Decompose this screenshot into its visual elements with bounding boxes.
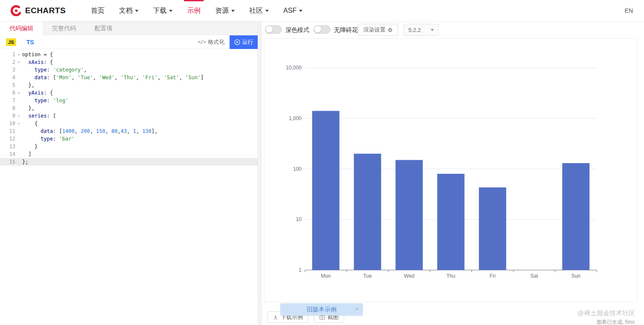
fold-arrow-icon[interactable]: ▾ <box>15 89 22 97</box>
code-text: type: 'bar' <box>22 135 75 143</box>
code-line[interactable]: 2▾ xAxis: { <box>0 58 258 66</box>
fold-arrow-icon[interactable]: ▾ <box>15 58 22 66</box>
code-text: type: 'category', <box>22 66 87 74</box>
code-line[interactable]: 7 type: 'log' <box>0 97 258 104</box>
code-line[interactable]: 10▾ { <box>0 120 258 127</box>
nav-item-docs[interactable]: 文档 <box>112 0 146 21</box>
bar-Tue[interactable] <box>354 154 381 270</box>
nav-item-examples[interactable]: 示例 <box>180 0 208 21</box>
fold-arrow-icon[interactable]: ▾ <box>15 120 22 127</box>
bar-Sun[interactable] <box>562 163 589 270</box>
version-select[interactable]: 5.2.2 <box>404 24 439 36</box>
bar-Mon[interactable] <box>312 111 339 270</box>
code-line[interactable]: 14 ] <box>0 150 258 158</box>
fold-spacer <box>15 143 22 150</box>
code-line[interactable]: 11 data: [1400, 200, 150, 80,43, 1, 130]… <box>0 127 258 135</box>
render-settings-button[interactable]: 渲染设置 ⚙ <box>358 24 398 36</box>
logo-text: ECHARTS <box>25 6 66 15</box>
code-line[interactable]: 15}; <box>0 158 258 166</box>
echarts-logo[interactable]: ECHARTS <box>10 5 66 17</box>
nav-item-label: 资源 <box>215 0 229 21</box>
fold-spacer <box>15 158 22 166</box>
js-lang-badge[interactable]: JS <box>6 38 16 46</box>
code-text: type: 'log' <box>22 97 68 104</box>
tab-full-code[interactable]: 完整代码 <box>43 21 85 35</box>
y-axis-tick-label: 10,000 <box>286 65 302 71</box>
format-button[interactable]: </> 格式化 <box>198 35 224 49</box>
old-version-tooltip: 旧版本示例 × <box>280 303 363 316</box>
fold-spacer <box>15 150 22 158</box>
render-settings-label: 渲染设置 <box>363 26 385 34</box>
code-line[interactable]: 8 }, <box>0 104 258 112</box>
y-axis-tick-label: 100 <box>293 166 302 172</box>
editor-toolbar: JS TS </> 格式化 运行 <box>0 35 258 49</box>
code-editor-panel: 代码编辑 完整代码 配置项 JS TS </> 格式化 运行 1▾option … <box>0 21 258 325</box>
code-line[interactable]: 6▾ yAxis: { <box>0 89 258 97</box>
close-icon[interactable]: × <box>355 305 359 312</box>
fold-spacer <box>15 81 22 89</box>
nav-item-label: 示例 <box>187 0 201 21</box>
code-text: yAxis: { <box>22 89 53 97</box>
nav-item-download[interactable]: 下载 <box>146 0 180 21</box>
code-line[interactable]: 4 data: ['Mon', 'Tue', 'Wed', 'Thu', 'Fr… <box>0 74 258 81</box>
x-axis-tick-label: Fri <box>489 273 495 279</box>
tab-option[interactable]: 配置项 <box>85 21 122 35</box>
aria-pattern-toggle[interactable] <box>313 25 331 34</box>
fold-spacer <box>15 104 22 112</box>
nav-item-label: 下载 <box>153 0 167 21</box>
y-axis-tick-label: 10 <box>296 216 302 222</box>
chevron-down-icon <box>135 10 138 12</box>
panel-resize-handle[interactable] <box>258 21 262 325</box>
code-line[interactable]: 1▾option = { <box>0 51 258 58</box>
run-label: 运行 <box>242 38 253 46</box>
line-number: 2 <box>0 58 15 66</box>
ts-lang-switch[interactable]: TS <box>26 35 34 49</box>
line-number: 11 <box>0 127 15 135</box>
dark-mode-label: 深色模式 <box>285 21 309 38</box>
x-axis-tick-label: Sun <box>571 273 580 279</box>
nav-item-home[interactable]: 首页 <box>83 0 112 21</box>
fold-arrow-icon[interactable]: ▾ <box>15 112 22 120</box>
code-line[interactable]: 9▾ series: [ <box>0 112 258 120</box>
nav-item-resources[interactable]: 资源 <box>208 0 242 21</box>
language-switch[interactable]: EN <box>625 7 633 14</box>
chevron-down-icon <box>431 29 434 31</box>
bar-Thu[interactable] <box>437 174 465 270</box>
fold-spacer <box>15 74 22 81</box>
x-axis-tick-label: Thu <box>446 273 455 279</box>
code-text: }, <box>22 104 34 112</box>
code-line[interactable]: 12 type: 'bar' <box>0 135 258 143</box>
echarts-example-editor-page: ECHARTS 首页 文档 下载 示例 资源 社区 <box>0 0 644 325</box>
play-circle-icon <box>234 39 240 45</box>
community-watermark: @稀土掘金技术社区 <box>578 309 635 317</box>
main-nav: 首页 文档 下载 示例 资源 社区 ASF <box>83 0 310 21</box>
fold-arrow-icon[interactable]: ▾ <box>15 51 22 58</box>
nav-item-community[interactable]: 社区 <box>242 0 276 21</box>
download-icon <box>273 315 278 320</box>
chevron-down-icon <box>299 10 302 12</box>
line-number: 7 <box>0 97 15 104</box>
editor-tabs: 代码编辑 完整代码 配置项 <box>0 21 258 35</box>
code-line[interactable]: 3 type: 'category', <box>0 66 258 74</box>
code-editor[interactable]: 1▾option = {2▾ xAxis: {3 type: 'category… <box>0 49 258 325</box>
code-text: data: ['Mon', 'Tue', 'Wed', 'Thu', 'Fri'… <box>22 74 204 81</box>
run-button[interactable]: 运行 <box>230 35 258 49</box>
line-number: 1 <box>0 51 15 58</box>
nav-item-label: 首页 <box>91 0 104 21</box>
code-line[interactable]: 13 } <box>0 143 258 150</box>
version-value: 5.2.2 <box>408 27 421 33</box>
line-number: 4 <box>0 74 15 81</box>
chart-preview-card: 10,0001,000100101MonTueWedThuFriSatSun <box>264 38 638 302</box>
code-brackets-icon: </> <box>198 35 206 49</box>
bar-Fri[interactable] <box>479 187 506 270</box>
bar-chart-canvas[interactable]: 10,0001,000100101MonTueWedThuFriSatSun <box>264 39 637 302</box>
code-line[interactable]: 5 }, <box>0 81 258 89</box>
nav-item-asf[interactable]: ASF <box>276 0 310 21</box>
line-number: 9 <box>0 112 15 120</box>
tab-code-edit[interactable]: 代码编辑 <box>0 21 43 35</box>
code-text: data: [1400, 200, 150, 80,43, 1, 130], <box>22 127 158 135</box>
code-text: ] <box>22 150 32 158</box>
bar-Wed[interactable] <box>396 160 423 270</box>
dark-mode-toggle[interactable] <box>265 25 282 34</box>
old-version-tip-label[interactable]: 旧版本示例 <box>307 306 336 313</box>
